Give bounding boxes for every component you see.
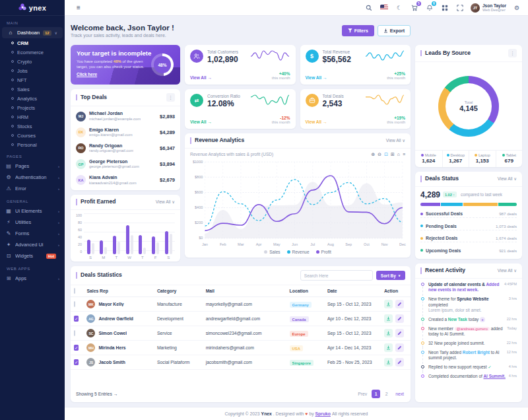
user-menu[interactable]: JT Json Taylor Web Designer (471, 3, 506, 13)
sidebar-subitem-stocks[interactable]: Stocks (0, 122, 65, 131)
fullscreen-icon[interactable] (455, 3, 465, 13)
download-action-button[interactable] (384, 314, 393, 323)
export-button[interactable]: Export (378, 25, 411, 36)
legend-item[interactable]: Revenue (287, 250, 310, 254)
target-progress-card: Your target is incomplete You have compl… (71, 45, 180, 85)
sidebar-subitem-personal[interactable]: Personal (0, 140, 65, 149)
top-deals-menu-icon[interactable]: ⋮ (166, 93, 175, 102)
row-checkbox[interactable] (74, 330, 75, 336)
sidebar-item-label: Apps (15, 275, 55, 281)
top-deal-row: MJ Michael Jordan michael.jordan@example… (76, 111, 175, 121)
chevron-icon: › (58, 176, 59, 180)
revenue-view-all[interactable]: View All ∨ (386, 138, 405, 143)
activity-link[interactable]: AI Summit. (483, 374, 505, 378)
profit-earned-view-all[interactable]: View All ∨ (156, 199, 175, 205)
cart-icon[interactable]: 5 (410, 3, 419, 13)
sidebar-subitem-hrm[interactable]: HRM (0, 112, 65, 122)
sidebar-item[interactable]: ✦ Advanced Ui › (0, 239, 65, 250)
sidebar-subitem-crm[interactable]: CRM (0, 38, 65, 48)
leads-menu-icon[interactable]: ⋮ (508, 49, 517, 57)
download-action-button[interactable] (384, 343, 393, 352)
view-all-link[interactable]: View All → (306, 120, 344, 124)
sidebar-subitem-sales[interactable]: Sales (0, 85, 65, 94)
search-icon[interactable] (364, 3, 374, 13)
table-search-input[interactable] (300, 270, 373, 281)
sidebar-item[interactable]: ⊞ Apps › (0, 273, 65, 284)
row-checkbox[interactable]: ✓ (74, 316, 79, 322)
stat-cards: Total Customers 1,02,890 View All → +40%… (185, 45, 411, 129)
table-row: ✓ AGAndrew Garfield Development andrewga… (71, 312, 411, 326)
activity-text-part: New member (428, 326, 455, 331)
view-all-link[interactable]: View All → (190, 75, 238, 80)
edit-action-button[interactable] (395, 358, 404, 367)
legend-item[interactable]: Profit (316, 250, 331, 254)
pagination-page-2[interactable]: 2 (382, 390, 391, 398)
activity-link[interactable]: New Task (448, 317, 467, 322)
activity-link[interactable]: Robert Bright (463, 350, 490, 355)
logo[interactable]: ynex (0, 0, 65, 16)
sidebar-subitem-jobs[interactable]: Jobs (0, 66, 65, 75)
sidebar-item[interactable]: ⚠ Error › (0, 183, 65, 194)
sidebar-item[interactable]: ⚙ Authentication › (0, 172, 65, 183)
stat-card: ⇄ Conversion Ratio 12.08% View All → -12… (185, 89, 296, 129)
sidebar-item[interactable]: ✎ Forms › (0, 228, 65, 239)
sidebar-item[interactable]: ⚡ Utilities › (0, 217, 65, 228)
row-checkbox[interactable]: ✓ (74, 359, 79, 365)
sidebar-subitem-crypto[interactable]: Crypto (0, 57, 65, 66)
view-all-link[interactable]: View All → (190, 120, 240, 124)
sales-rep-name: Jacob Smith (98, 360, 125, 365)
sidebar-subitem-analytics[interactable]: Analytics (0, 94, 65, 103)
sidebar-item[interactable]: ▦ Ui Elements › (0, 205, 65, 217)
sidebar-subitem-courses[interactable]: Courses (0, 131, 65, 140)
status-label: Successful Deals (426, 211, 463, 216)
legend-item[interactable]: Sales (264, 250, 280, 254)
sidebar-item[interactable]: ⌂ Dashboards 12 ∨ (2, 27, 63, 38)
edit-action-button[interactable] (395, 314, 404, 323)
table-row: ✓ JSJacob Smith Social Plataform jacobsm… (71, 355, 411, 370)
pagination-next[interactable]: next (394, 390, 405, 398)
sidebar-item[interactable]: ⊡ Widgets Hot (0, 250, 65, 262)
hamburger-menu-icon[interactable]: ≡ (74, 3, 83, 13)
sort-by-button[interactable]: Sort By∨ (376, 271, 405, 280)
sidebar-subitem-nft[interactable]: NFT (0, 75, 65, 85)
reset-home-icon[interactable]: ⌂ (397, 152, 400, 157)
edit-action-button[interactable] (395, 300, 404, 308)
dark-mode-moon-icon[interactable]: ☾ (395, 3, 404, 13)
activity-link[interactable]: + (480, 317, 485, 322)
chart-menu-icon[interactable]: ≡ (403, 152, 405, 157)
language-flag-icon[interactable] (380, 3, 389, 13)
svg-text:Aug: Aug (327, 242, 334, 246)
view-all-link[interactable]: View All → (306, 75, 351, 80)
activity-item: New theme for Spruko Website completedLo… (420, 297, 517, 317)
sidebar-subitem-ecommerce[interactable]: Ecommerce (0, 48, 65, 57)
zoom-out-icon[interactable]: ⊖ (378, 152, 381, 157)
user-role: Web Designer (482, 8, 506, 12)
settings-gear-icon[interactable]: ⚙ (512, 3, 521, 13)
apps-grid-icon[interactable] (440, 3, 449, 13)
download-action-button[interactable] (384, 300, 393, 308)
click-here-link[interactable]: Click here (77, 72, 97, 77)
recent-activity-view-all[interactable]: View All ∨ (498, 268, 517, 273)
notifications-bell-icon[interactable]: 6 (425, 3, 434, 13)
sidebar-subitem-projects[interactable]: Projects (0, 103, 65, 112)
chevron-icon: › (58, 209, 59, 213)
select-all-checkbox[interactable] (74, 288, 75, 294)
edit-action-button[interactable] (395, 343, 404, 352)
sidebar-section-label: WEB APPS (0, 262, 65, 273)
filters-button[interactable]: Filters (342, 25, 374, 36)
download-action-button[interactable] (384, 329, 393, 337)
pagination-prev[interactable]: Prev (356, 390, 368, 398)
row-checkbox[interactable] (74, 301, 75, 307)
download-action-button[interactable] (384, 358, 393, 367)
row-checkbox[interactable]: ✓ (74, 345, 79, 351)
sidebar-subitem-label: Personal (17, 142, 37, 148)
pagination-page-1[interactable]: 1 (372, 390, 380, 398)
selection-zoom-icon[interactable]: ⊡ (384, 152, 388, 157)
edit-action-button[interactable] (395, 329, 404, 337)
footer-vendor-link[interactable]: Spruko (315, 411, 331, 416)
deals-status-view-all[interactable]: View All ∨ (498, 176, 517, 182)
zoom-in-icon[interactable]: ⊕ (371, 152, 375, 157)
sidebar-item[interactable]: ▤ Pages › (0, 160, 65, 172)
pan-icon[interactable]: ⊞ (391, 152, 395, 157)
activity-text: New member @andreas.gurrero added today … (428, 326, 507, 337)
